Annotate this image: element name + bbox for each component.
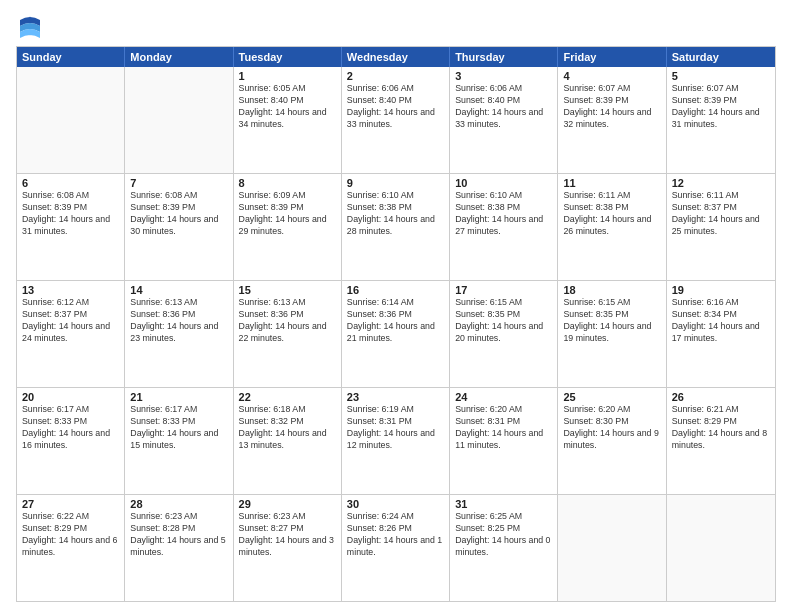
day-number: 27 <box>22 498 119 510</box>
day-cell-26: 26Sunrise: 6:21 AM Sunset: 8:29 PM Dayli… <box>667 388 775 494</box>
day-info: Sunrise: 6:14 AM Sunset: 8:36 PM Dayligh… <box>347 297 444 345</box>
day-cell-13: 13Sunrise: 6:12 AM Sunset: 8:37 PM Dayli… <box>17 281 125 387</box>
day-info: Sunrise: 6:10 AM Sunset: 8:38 PM Dayligh… <box>455 190 552 238</box>
day-info: Sunrise: 6:07 AM Sunset: 8:39 PM Dayligh… <box>563 83 660 131</box>
day-info: Sunrise: 6:17 AM Sunset: 8:33 PM Dayligh… <box>130 404 227 452</box>
day-number: 13 <box>22 284 119 296</box>
day-info: Sunrise: 6:15 AM Sunset: 8:35 PM Dayligh… <box>563 297 660 345</box>
calendar-row-2: 6Sunrise: 6:08 AM Sunset: 8:39 PM Daylig… <box>17 173 775 280</box>
day-info: Sunrise: 6:08 AM Sunset: 8:39 PM Dayligh… <box>130 190 227 238</box>
day-number: 24 <box>455 391 552 403</box>
day-info: Sunrise: 6:23 AM Sunset: 8:27 PM Dayligh… <box>239 511 336 559</box>
day-info: Sunrise: 6:11 AM Sunset: 8:38 PM Dayligh… <box>563 190 660 238</box>
day-number: 20 <box>22 391 119 403</box>
day-cell-11: 11Sunrise: 6:11 AM Sunset: 8:38 PM Dayli… <box>558 174 666 280</box>
day-number: 5 <box>672 70 770 82</box>
calendar-row-4: 20Sunrise: 6:17 AM Sunset: 8:33 PM Dayli… <box>17 387 775 494</box>
logo <box>16 12 48 40</box>
day-number: 19 <box>672 284 770 296</box>
calendar-row-5: 27Sunrise: 6:22 AM Sunset: 8:29 PM Dayli… <box>17 494 775 601</box>
empty-cell <box>17 67 125 173</box>
day-number: 29 <box>239 498 336 510</box>
day-header-saturday: Saturday <box>667 47 775 67</box>
day-cell-29: 29Sunrise: 6:23 AM Sunset: 8:27 PM Dayli… <box>234 495 342 601</box>
day-info: Sunrise: 6:10 AM Sunset: 8:38 PM Dayligh… <box>347 190 444 238</box>
day-cell-25: 25Sunrise: 6:20 AM Sunset: 8:30 PM Dayli… <box>558 388 666 494</box>
logo-icon <box>16 12 44 40</box>
day-cell-24: 24Sunrise: 6:20 AM Sunset: 8:31 PM Dayli… <box>450 388 558 494</box>
day-info: Sunrise: 6:12 AM Sunset: 8:37 PM Dayligh… <box>22 297 119 345</box>
day-header-wednesday: Wednesday <box>342 47 450 67</box>
day-cell-9: 9Sunrise: 6:10 AM Sunset: 8:38 PM Daylig… <box>342 174 450 280</box>
day-header-sunday: Sunday <box>17 47 125 67</box>
day-info: Sunrise: 6:06 AM Sunset: 8:40 PM Dayligh… <box>347 83 444 131</box>
day-number: 18 <box>563 284 660 296</box>
day-cell-18: 18Sunrise: 6:15 AM Sunset: 8:35 PM Dayli… <box>558 281 666 387</box>
day-number: 3 <box>455 70 552 82</box>
day-cell-19: 19Sunrise: 6:16 AM Sunset: 8:34 PM Dayli… <box>667 281 775 387</box>
day-cell-23: 23Sunrise: 6:19 AM Sunset: 8:31 PM Dayli… <box>342 388 450 494</box>
day-cell-1: 1Sunrise: 6:05 AM Sunset: 8:40 PM Daylig… <box>234 67 342 173</box>
day-number: 22 <box>239 391 336 403</box>
day-header-tuesday: Tuesday <box>234 47 342 67</box>
day-number: 16 <box>347 284 444 296</box>
day-cell-2: 2Sunrise: 6:06 AM Sunset: 8:40 PM Daylig… <box>342 67 450 173</box>
day-cell-20: 20Sunrise: 6:17 AM Sunset: 8:33 PM Dayli… <box>17 388 125 494</box>
page: SundayMondayTuesdayWednesdayThursdayFrid… <box>0 0 792 612</box>
day-number: 2 <box>347 70 444 82</box>
day-cell-31: 31Sunrise: 6:25 AM Sunset: 8:25 PM Dayli… <box>450 495 558 601</box>
day-info: Sunrise: 6:16 AM Sunset: 8:34 PM Dayligh… <box>672 297 770 345</box>
day-info: Sunrise: 6:13 AM Sunset: 8:36 PM Dayligh… <box>130 297 227 345</box>
day-cell-6: 6Sunrise: 6:08 AM Sunset: 8:39 PM Daylig… <box>17 174 125 280</box>
day-header-thursday: Thursday <box>450 47 558 67</box>
day-info: Sunrise: 6:25 AM Sunset: 8:25 PM Dayligh… <box>455 511 552 559</box>
day-info: Sunrise: 6:24 AM Sunset: 8:26 PM Dayligh… <box>347 511 444 559</box>
day-number: 31 <box>455 498 552 510</box>
day-info: Sunrise: 6:20 AM Sunset: 8:30 PM Dayligh… <box>563 404 660 452</box>
day-cell-5: 5Sunrise: 6:07 AM Sunset: 8:39 PM Daylig… <box>667 67 775 173</box>
day-header-monday: Monday <box>125 47 233 67</box>
day-number: 15 <box>239 284 336 296</box>
day-info: Sunrise: 6:17 AM Sunset: 8:33 PM Dayligh… <box>22 404 119 452</box>
calendar-body: 1Sunrise: 6:05 AM Sunset: 8:40 PM Daylig… <box>17 67 775 601</box>
day-info: Sunrise: 6:09 AM Sunset: 8:39 PM Dayligh… <box>239 190 336 238</box>
day-cell-17: 17Sunrise: 6:15 AM Sunset: 8:35 PM Dayli… <box>450 281 558 387</box>
day-cell-3: 3Sunrise: 6:06 AM Sunset: 8:40 PM Daylig… <box>450 67 558 173</box>
day-number: 8 <box>239 177 336 189</box>
day-cell-15: 15Sunrise: 6:13 AM Sunset: 8:36 PM Dayli… <box>234 281 342 387</box>
day-number: 1 <box>239 70 336 82</box>
day-number: 17 <box>455 284 552 296</box>
header <box>16 12 776 40</box>
day-cell-10: 10Sunrise: 6:10 AM Sunset: 8:38 PM Dayli… <box>450 174 558 280</box>
calendar: SundayMondayTuesdayWednesdayThursdayFrid… <box>16 46 776 602</box>
empty-cell <box>125 67 233 173</box>
day-info: Sunrise: 6:21 AM Sunset: 8:29 PM Dayligh… <box>672 404 770 452</box>
day-cell-14: 14Sunrise: 6:13 AM Sunset: 8:36 PM Dayli… <box>125 281 233 387</box>
day-number: 9 <box>347 177 444 189</box>
day-number: 11 <box>563 177 660 189</box>
day-cell-8: 8Sunrise: 6:09 AM Sunset: 8:39 PM Daylig… <box>234 174 342 280</box>
calendar-header: SundayMondayTuesdayWednesdayThursdayFrid… <box>17 47 775 67</box>
day-cell-12: 12Sunrise: 6:11 AM Sunset: 8:37 PM Dayli… <box>667 174 775 280</box>
day-cell-22: 22Sunrise: 6:18 AM Sunset: 8:32 PM Dayli… <box>234 388 342 494</box>
empty-cell <box>667 495 775 601</box>
day-cell-27: 27Sunrise: 6:22 AM Sunset: 8:29 PM Dayli… <box>17 495 125 601</box>
day-info: Sunrise: 6:23 AM Sunset: 8:28 PM Dayligh… <box>130 511 227 559</box>
day-info: Sunrise: 6:18 AM Sunset: 8:32 PM Dayligh… <box>239 404 336 452</box>
day-number: 28 <box>130 498 227 510</box>
day-number: 10 <box>455 177 552 189</box>
day-info: Sunrise: 6:20 AM Sunset: 8:31 PM Dayligh… <box>455 404 552 452</box>
day-cell-21: 21Sunrise: 6:17 AM Sunset: 8:33 PM Dayli… <box>125 388 233 494</box>
day-info: Sunrise: 6:13 AM Sunset: 8:36 PM Dayligh… <box>239 297 336 345</box>
day-number: 21 <box>130 391 227 403</box>
day-header-friday: Friday <box>558 47 666 67</box>
empty-cell <box>558 495 666 601</box>
day-number: 4 <box>563 70 660 82</box>
day-info: Sunrise: 6:07 AM Sunset: 8:39 PM Dayligh… <box>672 83 770 131</box>
day-number: 26 <box>672 391 770 403</box>
day-number: 25 <box>563 391 660 403</box>
day-cell-4: 4Sunrise: 6:07 AM Sunset: 8:39 PM Daylig… <box>558 67 666 173</box>
day-cell-28: 28Sunrise: 6:23 AM Sunset: 8:28 PM Dayli… <box>125 495 233 601</box>
calendar-row-3: 13Sunrise: 6:12 AM Sunset: 8:37 PM Dayli… <box>17 280 775 387</box>
day-number: 14 <box>130 284 227 296</box>
